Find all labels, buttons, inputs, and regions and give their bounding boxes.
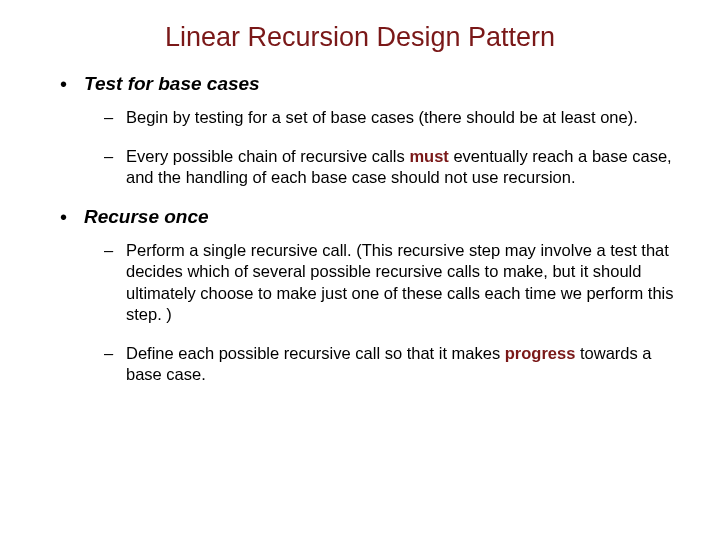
- bullet-list-level1: Test for base cases Begin by testing for…: [60, 73, 680, 385]
- list-item: Perform a single recursive call. (This r…: [104, 240, 680, 324]
- slide-title: Linear Recursion Design Pattern: [40, 22, 680, 53]
- list-item: Every possible chain of recursive calls …: [104, 146, 680, 188]
- bullet-list-level2: Begin by testing for a set of base cases…: [104, 107, 680, 188]
- keyword: progress: [505, 344, 576, 362]
- keyword: must: [409, 147, 448, 165]
- slide: Linear Recursion Design Pattern Test for…: [0, 0, 720, 540]
- text-run: Every possible chain of recursive calls: [126, 147, 409, 165]
- section-test-base-cases: Test for base cases Begin by testing for…: [60, 73, 680, 188]
- list-item: Begin by testing for a set of base cases…: [104, 107, 680, 128]
- text-run: Begin by testing for a set of base cases…: [126, 108, 638, 126]
- bullet-list-level2: Perform a single recursive call. (This r…: [104, 240, 680, 385]
- section-heading: Test for base cases: [84, 73, 680, 95]
- list-item: Define each possible recursive call so t…: [104, 343, 680, 385]
- text-run: Define each possible recursive call so t…: [126, 344, 505, 362]
- section-recurse-once: Recurse once Perform a single recursive …: [60, 206, 680, 385]
- section-heading: Recurse once: [84, 206, 680, 228]
- text-run: Perform a single recursive call. (This r…: [126, 241, 674, 322]
